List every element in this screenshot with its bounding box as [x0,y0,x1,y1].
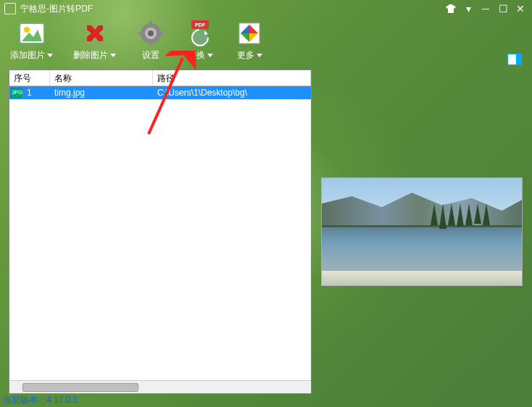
table-header: 序号 名称 路径 [9,70,311,86]
convert-label: 转换 [188,49,205,62]
settings-button[interactable]: 设置 [136,19,165,62]
svg-rect-6 [149,41,152,46]
statusbar: 当前版本：4.17.0.1 [0,394,532,407]
delete-image-icon [80,19,109,48]
preview-image [321,177,523,286]
svg-rect-7 [138,32,143,35]
workarea: 序号 名称 路径 JPG 1 timg.jpg C:\Users\1\Deskt… [0,70,532,394]
layout-icon [507,54,522,65]
cell-seq: 1 [22,88,50,98]
add-image-label: 添加图片 [10,49,45,62]
menu-button[interactable]: ▾ [461,2,475,15]
more-icon [235,19,264,48]
convert-icon: PDF [186,19,215,48]
version-label: 当前版本：4.17.0.1 [3,395,78,405]
col-header-name[interactable]: 名称 [50,70,153,85]
dropdown-arrow-icon [207,54,213,57]
skin-button[interactable] [444,2,458,15]
app-icon [4,3,16,14]
file-type-icon: JPG [11,88,22,98]
maximize-button[interactable]: ☐ [496,2,510,15]
titlebar: 宁格思-图片转PDF ▾ ─ ☐ ✕ [0,0,532,17]
table-row[interactable]: JPG 1 timg.jpg C:\Users\1\Desktop\bg\ [9,86,311,99]
svg-point-1 [24,27,30,33]
cell-name: timg.jpg [50,88,153,98]
close-button[interactable]: ✕ [513,2,528,15]
dropdown-arrow-icon [47,54,53,57]
table-body: JPG 1 timg.jpg C:\Users\1\Desktop\bg\ [9,86,311,380]
cell-path: C:\Users\1\Desktop\bg\ [153,88,311,98]
svg-text:PDF: PDF [195,22,206,28]
more-label: 更多 [237,49,254,62]
settings-icon [136,19,165,48]
dropdown-arrow-icon [110,54,116,57]
delete-image-label: 删除图片 [73,49,108,62]
toolbar: 添加图片 删除图片 设置 PDF [0,17,532,70]
add-image-icon [17,19,46,48]
minimize-button[interactable]: ─ [478,2,493,15]
col-header-seq[interactable]: 序号 [9,70,50,85]
horizontal-scrollbar[interactable] [9,380,311,393]
svg-rect-5 [149,21,152,25]
layout-toggle-button[interactable] [507,54,522,65]
svg-point-4 [148,30,154,36]
add-image-button[interactable]: 添加图片 [10,19,53,62]
dropdown-arrow-icon [257,54,262,57]
scrollbar-thumb[interactable] [22,383,138,392]
settings-label: 设置 [142,49,159,62]
delete-image-button[interactable]: 删除图片 [73,19,116,62]
preview-panel [320,70,523,394]
file-list-panel: 序号 名称 路径 JPG 1 timg.jpg C:\Users\1\Deskt… [9,70,312,394]
window-title: 宁格思-图片转PDF [20,3,93,15]
convert-button[interactable]: PDF 转换 [186,19,215,62]
col-header-path[interactable]: 路径 [153,70,311,85]
svg-rect-8 [159,32,163,35]
more-button[interactable]: 更多 [235,19,264,62]
